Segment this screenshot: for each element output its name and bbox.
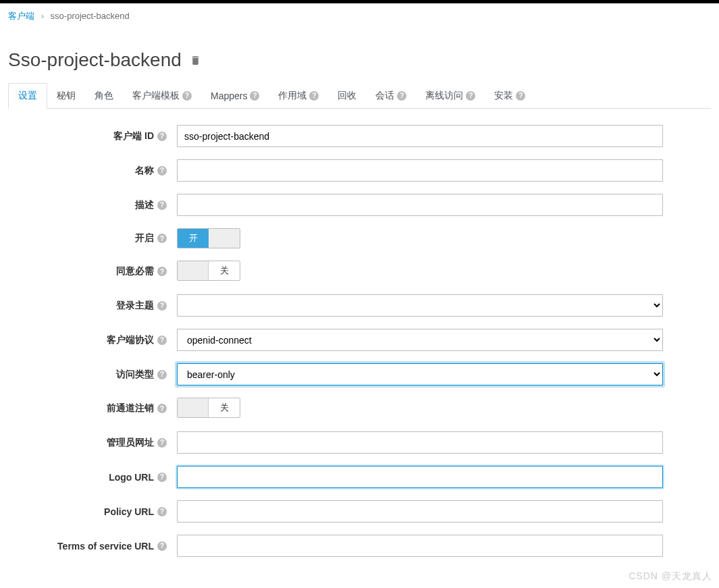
tab-label: 客户端模板 (132, 90, 180, 102)
page-header: Sso-project-backend (8, 49, 711, 71)
help-icon[interactable]: ? (466, 91, 475, 101)
consent-required-label: 同意必需 (116, 265, 154, 277)
tab-label: 会话 (375, 90, 394, 102)
tab-秘钥[interactable]: 秘钥 (47, 83, 85, 108)
name-input[interactable] (177, 159, 663, 182)
tab-label: 安装 (494, 90, 513, 102)
client-protocol-label: 客户端协议 (107, 334, 154, 346)
logo-url-label: Logo URL (109, 472, 154, 483)
help-icon[interactable]: ? (157, 201, 167, 210)
help-icon[interactable]: ? (157, 404, 167, 413)
tab-label: 离线访问 (425, 90, 463, 102)
enabled-toggle[interactable]: 开 (177, 228, 240, 248)
tab-安装[interactable]: 安装? (485, 83, 535, 108)
help-icon[interactable]: ? (250, 91, 259, 101)
help-icon[interactable]: ? (182, 91, 192, 101)
help-icon[interactable]: ? (309, 91, 319, 101)
name-label: 名称 (135, 165, 154, 177)
help-icon[interactable]: ? (157, 370, 167, 379)
tab-会话[interactable]: 会话? (366, 83, 416, 108)
description-label: 描述 (135, 199, 154, 211)
toggle-handle (178, 261, 209, 280)
tab-label: 作用域 (278, 90, 307, 102)
tos-url-input[interactable] (177, 535, 663, 557)
client-id-label: 客户端 ID (113, 130, 154, 142)
help-icon[interactable]: ? (157, 267, 167, 276)
tab-label: 秘钥 (57, 90, 76, 102)
breadcrumb: 客户端 › sso-project-backend (0, 3, 719, 29)
admin-url-label: 管理员网址 (107, 437, 154, 449)
breadcrumb-separator: › (41, 11, 44, 21)
settings-form: 客户端 ID? 名称? 描述? 开启? 开 同意必需? (8, 125, 663, 557)
help-icon[interactable]: ? (157, 132, 167, 141)
help-icon[interactable]: ? (157, 166, 167, 176)
tab-回收[interactable]: 回收 (328, 83, 366, 108)
tab-客户端模板[interactable]: 客户端模板? (123, 83, 201, 108)
access-type-select[interactable]: bearer-only (177, 363, 663, 385)
front-channel-logout-label: 前通道注销 (107, 402, 154, 415)
enabled-label: 开启 (135, 232, 154, 244)
login-theme-label: 登录主题 (116, 300, 154, 312)
help-icon[interactable]: ? (516, 91, 525, 101)
tab-label: 回收 (338, 90, 356, 102)
help-icon[interactable]: ? (157, 301, 167, 311)
toggle-handle (178, 398, 209, 417)
consent-required-toggle[interactable]: 关 (177, 261, 240, 281)
help-icon[interactable]: ? (157, 473, 167, 482)
policy-url-label: Policy URL (104, 506, 154, 517)
trash-icon[interactable] (190, 55, 201, 66)
access-type-label: 访问类型 (116, 369, 154, 381)
tab-作用域[interactable]: 作用域? (269, 83, 328, 108)
breadcrumb-root-link[interactable]: 客户端 (8, 11, 34, 21)
login-theme-select[interactable] (177, 294, 663, 317)
client-protocol-select[interactable]: openid-connect (177, 329, 663, 351)
tab-mappers[interactable]: Mappers? (201, 83, 269, 108)
tab-label: 角色 (95, 90, 113, 102)
breadcrumb-current: sso-project-backend (51, 11, 130, 21)
tab-label: Mappers (211, 90, 247, 101)
tabs: 设置秘钥角色客户端模板?Mappers?作用域?回收会话?离线访问?安装? (8, 83, 711, 109)
admin-url-input[interactable] (177, 431, 663, 454)
logo-url-input[interactable] (177, 466, 663, 488)
help-icon[interactable]: ? (157, 438, 167, 448)
help-icon[interactable]: ? (157, 336, 167, 345)
help-icon[interactable]: ? (157, 507, 167, 516)
policy-url-input[interactable] (177, 500, 663, 523)
tab-设置[interactable]: 设置 (8, 83, 47, 109)
tos-url-label: Terms of service URL (57, 541, 154, 552)
front-channel-logout-toggle[interactable]: 关 (177, 398, 240, 418)
tab-角色[interactable]: 角色 (85, 83, 123, 108)
tab-label: 设置 (18, 90, 37, 102)
toggle-off-text: 关 (209, 398, 240, 417)
help-icon[interactable]: ? (157, 234, 167, 243)
help-icon[interactable]: ? (397, 91, 406, 101)
tab-离线访问[interactable]: 离线访问? (416, 83, 485, 108)
page-title: Sso-project-backend (8, 49, 182, 71)
toggle-off-text: 关 (209, 261, 240, 280)
description-input[interactable] (177, 194, 663, 216)
help-icon[interactable]: ? (157, 541, 167, 551)
toggle-handle (209, 229, 240, 248)
client-id-input[interactable] (177, 125, 663, 147)
toggle-on-text: 开 (178, 229, 209, 248)
